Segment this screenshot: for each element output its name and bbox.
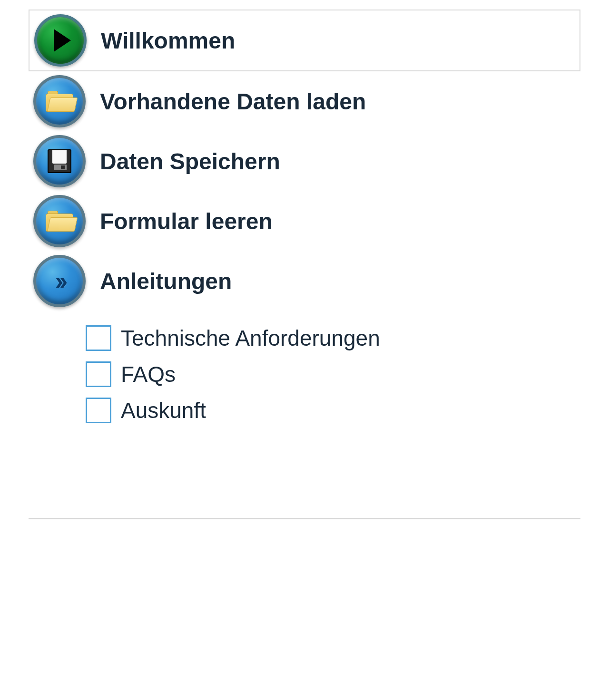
menu-item-save-data[interactable]: Daten Speichern <box>29 131 580 191</box>
play-icon <box>34 14 87 67</box>
folder-icon <box>33 195 86 247</box>
save-icon <box>33 135 86 187</box>
menu-item-willkommen[interactable]: Willkommen <box>29 10 580 71</box>
sub-item-faqs[interactable]: FAQs <box>86 361 580 387</box>
checkbox[interactable] <box>86 325 111 351</box>
folder-open-icon <box>33 75 86 127</box>
menu-item-label: Anleitungen <box>100 268 232 294</box>
sub-item-label: Auskunft <box>121 398 206 423</box>
menu-item-clear-form[interactable]: Formular leeren <box>29 191 580 251</box>
divider <box>29 518 580 519</box>
chevron-double-right-icon: ›› <box>33 255 86 307</box>
sub-item-label: Technische Anforderungen <box>121 325 380 351</box>
menu-item-label: Formular leeren <box>100 208 273 234</box>
checkbox[interactable] <box>86 398 111 423</box>
checkbox[interactable] <box>86 361 111 387</box>
menu-item-label: Daten Speichern <box>100 148 280 175</box>
main-menu: Willkommen Vorhandene Daten laden Daten … <box>29 10 580 423</box>
sub-menu: Technische Anforderungen FAQs Auskunft <box>86 325 580 423</box>
sub-item-information[interactable]: Auskunft <box>86 398 580 423</box>
menu-item-label: Vorhandene Daten laden <box>100 88 366 115</box>
sub-item-label: FAQs <box>121 361 176 387</box>
menu-item-load-data[interactable]: Vorhandene Daten laden <box>29 71 580 131</box>
menu-item-label: Willkommen <box>101 28 235 54</box>
menu-item-instructions[interactable]: ›› Anleitungen <box>29 251 580 311</box>
sub-item-tech-requirements[interactable]: Technische Anforderungen <box>86 325 580 351</box>
